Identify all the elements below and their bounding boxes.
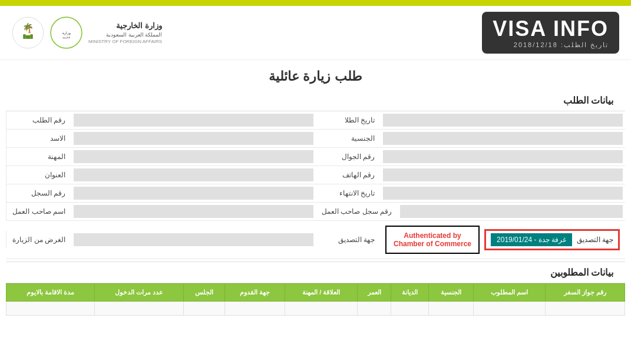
- field-nationality: الجنسية: [316, 130, 625, 147]
- svg-text:🌴: 🌴: [22, 22, 34, 34]
- cell-nationality: [429, 302, 474, 316]
- col-age: العمر: [358, 284, 391, 302]
- field-application-date: تاريخ الطلا: [316, 111, 625, 129]
- col-gender: الجلس: [184, 284, 225, 302]
- request-number-value: [74, 114, 313, 127]
- gharfa-value: غرفة جدة - 2019/01/24: [491, 233, 572, 246]
- requested-data-header: بيانات المطلوبين: [6, 262, 625, 283]
- page-title: طلب زيارة عائلية: [0, 60, 631, 90]
- employer-name-label: اسم صاحب العمل: [6, 204, 71, 219]
- col-nationality: الجنسية: [429, 284, 474, 302]
- application-date-label: تاريخ الطلا: [316, 113, 381, 127]
- registry-label: رقم السجل: [6, 186, 71, 200]
- ministry-arabic: وزارة الخارجية: [88, 21, 162, 31]
- form-row-4: العنوان رقم الهاتف: [6, 166, 625, 184]
- chamber-auth-text: Authenticated byChamber of Commerce: [394, 231, 471, 248]
- employer-registry-value: [400, 205, 623, 218]
- field-profession: المهنة: [6, 148, 316, 166]
- field-phone: رقم الهاتف: [316, 166, 625, 184]
- top-bar: [0, 0, 631, 6]
- cell-age: [358, 302, 391, 316]
- visit-purpose-label: الغرض من الزيارة: [6, 233, 71, 247]
- lion-label: الاسد: [6, 131, 71, 145]
- results-table-head: رقم جواز السفر اسم المطلوب الجنسية الديا…: [6, 284, 625, 302]
- cell-relation: [285, 302, 358, 316]
- field-request-number: رقم الطلب: [6, 111, 316, 129]
- field-authentication: جهة التصديق جهة التصديق غرفة جدة - 2019/…: [316, 223, 625, 256]
- lion-value: [74, 132, 313, 145]
- request-data-header: بيانات الطلب: [6, 90, 625, 111]
- visa-info-label: VISA INFO: [493, 16, 609, 41]
- nationality-label: الجنسية: [316, 131, 381, 145]
- tasdeeq-label: جهة التصديق: [577, 236, 613, 244]
- mobile-label: رقم الجوال: [316, 150, 381, 164]
- profession-value: [74, 150, 313, 163]
- mobile-value: [383, 150, 623, 163]
- form-row-3: المهنة رقم الجوال: [6, 148, 625, 166]
- field-visit-purpose: الغرض من الزيارة: [6, 231, 316, 249]
- nationality-value: [383, 132, 623, 145]
- cell-name: [474, 302, 545, 316]
- field-address: العنوان: [6, 166, 316, 184]
- form-row-5: رقم السجل تاريخ الانتهاء: [6, 184, 625, 203]
- visit-purpose-value: [74, 233, 313, 246]
- registry-value: [74, 187, 313, 200]
- col-entries: عدد مرات الدخول: [94, 284, 183, 302]
- field-employer-name: اسم صاحب العمل: [6, 203, 316, 220]
- application-date-value: [383, 114, 623, 127]
- svg-rect-6: [30, 34, 32, 39]
- profession-label: المهنة: [6, 150, 71, 164]
- col-religion: الديانة: [391, 284, 429, 302]
- form-row-6: اسم صاحب العمل رقم سجل صاحب العمل: [6, 203, 625, 221]
- employer-registry-label: رقم سجل صاحب العمل: [316, 204, 398, 219]
- expiry-value: [383, 187, 623, 200]
- col-origin: جهة القدوم: [225, 284, 285, 302]
- form-row-7: الغرض من الزيارة جهة التصديق جهة التصديق…: [6, 221, 625, 259]
- address-label: العنوان: [6, 168, 71, 182]
- results-header-row: رقم جواز السفر اسم المطلوب الجنسية الديا…: [6, 284, 625, 302]
- results-table: رقم جواز السفر اسم المطلوب الجنسية الديا…: [6, 283, 625, 316]
- phone-label: رقم الهاتف: [316, 168, 381, 182]
- field-employer-registry: رقم سجل صاحب العمل: [316, 203, 625, 220]
- field-lion: الاسد: [6, 130, 316, 147]
- ministry-english: MINISTRY OF FOREIGN AFFAIRS: [88, 38, 162, 45]
- results-table-body: [6, 302, 625, 316]
- auth-content: جهة التصديق غرفة جدة - 2019/01/24 Authen…: [381, 223, 625, 256]
- ministry-text: وزارة الخارجية المملكة العربية السعودية …: [88, 21, 162, 45]
- svg-text:الخارجية: الخارجية: [62, 36, 70, 39]
- col-name: اسم المطلوب: [474, 284, 545, 302]
- form-row-2: الاسد الجنسية: [6, 130, 625, 148]
- country-arabic: المملكة العربية السعودية: [88, 31, 162, 39]
- request-number-label: رقم الطلب: [6, 113, 71, 127]
- header: VISA INFO تاريخ الطلب: 2018/12/18 وزارة …: [0, 6, 631, 60]
- field-mobile: رقم الجوال: [316, 148, 625, 166]
- ministry-logo-icon: وزارة الخارجية: [50, 16, 82, 49]
- field-expiry: تاريخ الانتهاء: [316, 184, 625, 202]
- cell-duration: [6, 302, 95, 316]
- logo-area: وزارة الخارجية المملكة العربية السعودية …: [12, 16, 162, 49]
- main-content: بيانات الطلب رقم الطلب تاريخ الطلا الاسد…: [0, 90, 631, 316]
- chamber-auth-box: Authenticated byChamber of Commerce: [385, 226, 480, 254]
- date-label: تاريخ الطلب: 2018/12/18: [493, 41, 609, 49]
- col-duration: مدة الاقامة بالايوم: [6, 284, 95, 302]
- svg-rect-7: [26, 35, 31, 39]
- tasdeeq-red-box: جهة التصديق غرفة جدة - 2019/01/24: [484, 229, 620, 250]
- saudi-emblem-icon: 🌴: [12, 16, 44, 49]
- svg-text:وزارة: وزارة: [62, 31, 71, 35]
- auth-body-label: جهة التصديق: [316, 233, 381, 247]
- phone-value: [383, 168, 623, 181]
- cell-gender: [184, 302, 225, 316]
- svg-rect-5: [23, 34, 25, 39]
- expiry-label: تاريخ الانتهاء: [316, 186, 381, 200]
- cell-entries: [94, 302, 183, 316]
- form-row-1: رقم الطلب تاريخ الطلا: [6, 111, 625, 130]
- employer-name-value: [74, 205, 313, 218]
- cell-religion: [391, 302, 429, 316]
- table-row: [6, 302, 625, 316]
- visa-info-badge: VISA INFO تاريخ الطلب: 2018/12/18: [482, 12, 619, 54]
- col-relation: العلاقة / المهنة: [285, 284, 358, 302]
- address-value: [74, 168, 313, 181]
- cell-passport: [545, 302, 625, 316]
- field-registry: رقم السجل: [6, 184, 316, 202]
- cell-origin: [225, 302, 285, 316]
